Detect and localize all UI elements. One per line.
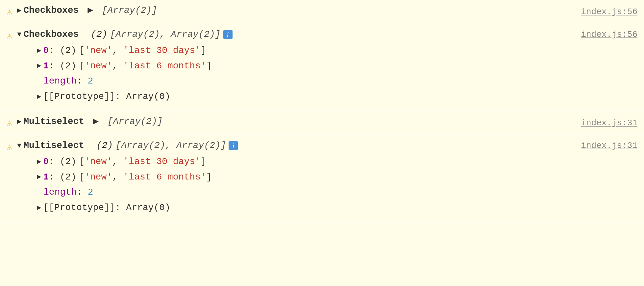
item-val1-2-1: 'last 6 months' — [123, 59, 206, 74]
index-colon-4-0: : — [49, 155, 60, 169]
item-count-4-0: (2) — [60, 155, 76, 169]
component-name-3: Multiselect — [23, 114, 84, 129]
item-val0-4-0: 'new' — [85, 155, 112, 169]
item-count-2-0: (2) — [60, 43, 76, 58]
length-key-2: length — [43, 74, 77, 89]
length-row-2: length : 2 — [37, 74, 572, 89]
index-key-2-0: 0 — [43, 43, 49, 58]
comma-4-1: , — [112, 170, 123, 185]
index-key-4-1: 1 — [43, 170, 49, 185]
array-item-4-0: ▶ 0 : (2) [ 'new' , 'last 30 days' ] — [37, 155, 572, 169]
index-colon-2-0: : — [49, 43, 60, 58]
separator-2 — [82, 27, 87, 42]
length-row-4: length : 2 — [37, 185, 572, 200]
file-col-2: index.js:56 — [572, 27, 637, 105]
warning-icon-1: ⚠ — [7, 5, 12, 20]
prototype-row-4: ▶ [[Prototype]]: Array(0) — [37, 201, 572, 215]
log-content-3: ▶ Multiselect ▶ [Array(2)] — [17, 114, 581, 129]
array-labels-2: [Array(2), Array(2)] — [110, 27, 221, 42]
array-item-4-1: ▶ 1 : (2) [ 'new' , 'last 6 months' ] — [37, 170, 572, 185]
bracket-close-4-0: ] — [201, 155, 206, 169]
component-name-4: Multiselect — [23, 138, 84, 153]
bracket-open-4-1: [ — [79, 170, 85, 185]
comma-2-0: , — [112, 43, 123, 58]
item-count-4-1: (2) — [60, 170, 76, 185]
index-colon-4-1: : — [49, 170, 60, 185]
log-content-1: ▶ Checkboxes ▶ [Array(2)] — [17, 3, 581, 18]
bracket-close-2-1: ] — [206, 59, 212, 74]
log-main-4: ▼ Multiselect (2) [Array(2), Array(2)] i… — [17, 138, 572, 216]
log-entry-4: ⚠ ▼ Multiselect (2) [Array(2), Array(2)]… — [0, 135, 644, 222]
length-colon-4: : — [77, 185, 88, 200]
log-main-2: ▼ Checkboxes (2) [Array(2), Array(2)] i … — [17, 27, 572, 105]
index-key-2-1: 1 — [43, 59, 49, 74]
separator-4 — [87, 138, 93, 153]
file-link-4[interactable]: index.js:31 — [581, 141, 637, 151]
bracket-close-2-0: ] — [201, 43, 206, 58]
prototype-row-2: ▶ [[Prototype]]: Array(0) — [37, 89, 572, 104]
file-col-4: index.js:31 — [572, 138, 637, 216]
log-entry-3: ⚠ ▶ Multiselect ▶ [Array(2)] index.js:31 — [0, 111, 644, 135]
component-name-1: Checkboxes — [23, 3, 79, 18]
bracket-close-4-1: ] — [206, 170, 212, 185]
log-entry-1: ⚠ ▶ Checkboxes ▶ [Array(2)] index.js:56 — [0, 0, 644, 24]
info-badge-4[interactable]: i — [229, 141, 238, 150]
bracket-open-2-1: [ — [79, 59, 85, 74]
item-arrow-4-0[interactable]: ▶ — [37, 156, 41, 168]
item-count-2-1: (2) — [60, 59, 76, 74]
expanded-body-4: ▶ 0 : (2) [ 'new' , 'last 30 days' ] ▶ 1… — [37, 155, 572, 215]
component-name-2: Checkboxes — [23, 27, 79, 42]
separator-1: ▶ — [82, 3, 98, 18]
item-val0-2-1: 'new' — [85, 59, 112, 74]
prototype-arrow-4[interactable]: ▶ — [37, 202, 41, 214]
item-val1-4-0: 'last 30 days' — [123, 155, 201, 169]
comma-4-0: , — [112, 155, 123, 169]
item-arrow-4-1[interactable]: ▶ — [37, 171, 41, 183]
bracket-open-2-0: [ — [79, 43, 85, 58]
index-colon-2-1: : — [49, 59, 60, 74]
index-key-4-0: 0 — [43, 155, 49, 169]
array-item-2-1: ▶ 1 : (2) [ 'new' , 'last 6 months' ] — [37, 59, 572, 74]
length-value-4: 2 — [88, 185, 93, 200]
item-arrow-2-0[interactable]: ▶ — [37, 45, 41, 57]
length-key-4: length — [43, 185, 77, 200]
array-display-1: [Array(2)] — [102, 3, 157, 18]
warning-icon-4: ⚠ — [7, 140, 12, 216]
length-colon-2: : — [77, 74, 88, 89]
bracket-open-4-0: [ — [79, 155, 85, 169]
prototype-text-2: [[Prototype]]: Array(0) — [43, 89, 170, 104]
file-link-2[interactable]: index.js:56 — [581, 30, 637, 39]
expanded-header-2: ▼ Checkboxes (2) [Array(2), Array(2)] i — [17, 27, 572, 42]
collapse-arrow-4[interactable]: ▼ — [17, 140, 21, 152]
item-val1-4-1: 'last 6 months' — [123, 170, 206, 185]
item-val1-2-0: 'last 30 days' — [123, 43, 201, 58]
item-arrow-2-1[interactable]: ▶ — [37, 60, 41, 72]
array-labels-4: [Array(2), Array(2)] — [115, 138, 226, 153]
array-item-2-0: ▶ 0 : (2) [ 'new' , 'last 30 days' ] — [37, 43, 572, 58]
console-panel: ⚠ ▶ Checkboxes ▶ [Array(2)] index.js:56 … — [0, 0, 644, 222]
file-link-1[interactable]: index.js:56 — [581, 5, 637, 19]
expand-arrow-1[interactable]: ▶ — [17, 5, 21, 16]
collapse-arrow-2[interactable]: ▼ — [17, 29, 21, 40]
comma-2-1: , — [112, 59, 123, 74]
prototype-text-4: [[Prototype]]: Array(0) — [43, 201, 170, 215]
separator-3: ▶ — [87, 114, 104, 129]
prototype-arrow-2[interactable]: ▶ — [37, 91, 41, 103]
warning-icon-3: ⚠ — [7, 116, 12, 131]
expand-arrow-3[interactable]: ▶ — [17, 116, 21, 128]
array-display-3: [Array(2)] — [108, 114, 163, 129]
array-count-2: (2) — [91, 27, 107, 42]
expanded-header-4: ▼ Multiselect (2) [Array(2), Array(2)] i — [17, 138, 572, 153]
warning-icon-2: ⚠ — [7, 29, 12, 105]
file-link-3[interactable]: index.js:31 — [581, 116, 637, 130]
log-entry-2: ⚠ ▼ Checkboxes (2) [Array(2), Array(2)] … — [0, 24, 644, 111]
item-val0-4-1: 'new' — [85, 170, 112, 185]
item-val0-2-0: 'new' — [85, 43, 112, 58]
info-badge-2[interactable]: i — [223, 30, 233, 39]
array-count-4: (2) — [96, 138, 113, 153]
expanded-body-2: ▶ 0 : (2) [ 'new' , 'last 30 days' ] ▶ 1… — [37, 43, 572, 104]
length-value-2: 2 — [88, 74, 93, 89]
